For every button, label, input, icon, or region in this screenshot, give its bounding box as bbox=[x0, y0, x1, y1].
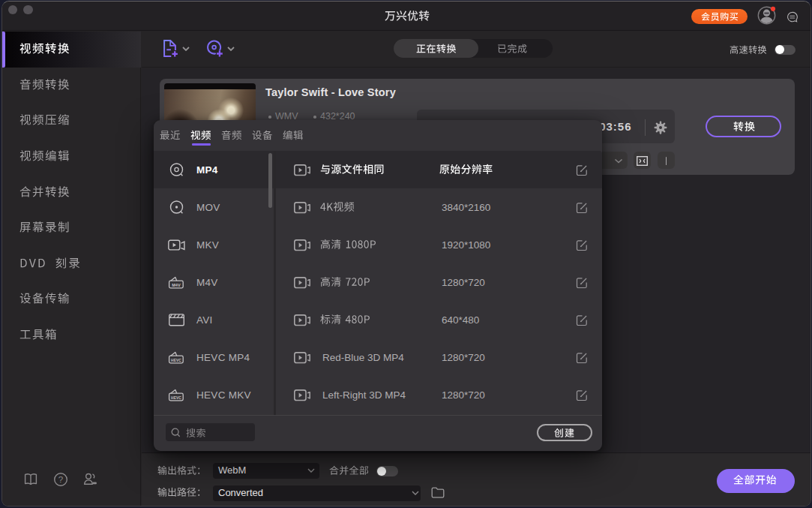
svg-text:M4V: M4V bbox=[172, 283, 181, 287]
svg-text:HEVC: HEVC bbox=[171, 359, 181, 362]
svg-text:HEVC: HEVC bbox=[171, 396, 181, 400]
svg-text:?: ? bbox=[58, 475, 63, 484]
